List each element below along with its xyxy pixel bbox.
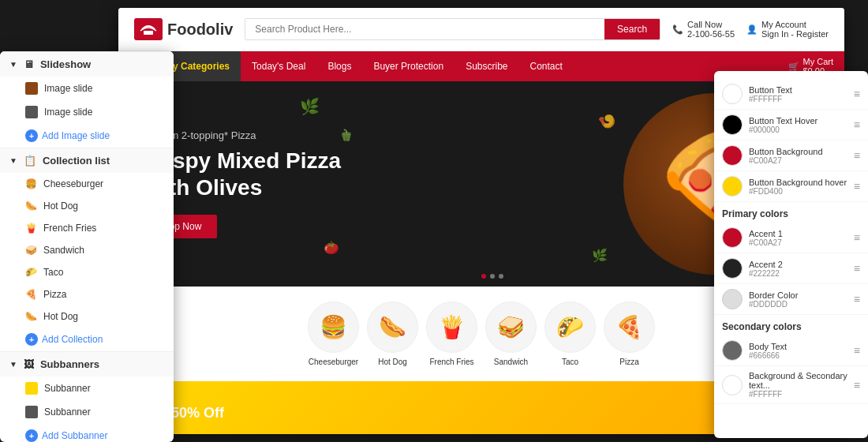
- bg-secondary-menu-icon[interactable]: ≡: [854, 379, 860, 391]
- collection-pizza[interactable]: 🍕 Pizza: [0, 283, 174, 305]
- decor-shrimp: 🍤: [598, 113, 615, 130]
- button-bg-hover-swatch[interactable]: [722, 176, 743, 197]
- bg-secondary-info: Background & Secondary text... #FFFFFF: [749, 371, 847, 399]
- hero-dots: [481, 274, 503, 279]
- button-bg-hover-menu-icon[interactable]: ≡: [854, 180, 860, 193]
- add-subbanner-icon: +: [25, 429, 38, 442]
- accent2-menu-icon[interactable]: ≡: [854, 262, 860, 275]
- nav-link-deal[interactable]: Today's Deal: [241, 51, 316, 81]
- collection-label-taco: Taco: [562, 358, 578, 366]
- subbanners-label: Subbanners: [40, 358, 99, 370]
- border-color-menu-icon[interactable]: ≡: [854, 293, 860, 305]
- search-bar[interactable]: Search: [245, 18, 660, 40]
- collection-sandwich[interactable]: 🥪 Sandwich: [0, 239, 174, 261]
- add-collection-icon: +: [25, 333, 38, 346]
- nav-link-subscribe[interactable]: Subscribe: [455, 51, 518, 81]
- dot-1[interactable]: [481, 274, 486, 279]
- account-action: 👤 My Account Sign In - Register: [746, 20, 829, 39]
- body-text-name: Body Text: [749, 342, 847, 351]
- account-links: Sign In - Register: [761, 29, 829, 39]
- collection-circle-pizza: 🍕: [604, 302, 655, 353]
- border-swatch[interactable]: [722, 289, 743, 309]
- nav-link-buyer[interactable]: Buyer Protection: [362, 51, 455, 81]
- cheeseburger-label: Cheeseburger: [43, 178, 103, 189]
- button-bg-hover-info: Button Background hover #FDD400: [749, 178, 847, 196]
- button-bg-name: Button Background: [749, 147, 847, 156]
- button-text-hover-info: Button Text Hover #000000: [749, 116, 847, 134]
- button-bg-hover-name: Button Background hover: [749, 178, 847, 187]
- button-bg-menu-icon[interactable]: ≡: [854, 149, 860, 162]
- add-subbanner-label: Add Subbanner: [42, 430, 107, 441]
- body-text-info: Body Text #666666: [749, 342, 847, 360]
- subbanner-icon-1: [25, 382, 38, 395]
- button-bg-info: Button Background #C00A27: [749, 147, 847, 165]
- site-header: Foodoliv Search 📞 Call Now 2-100-56-55 👤…: [118, 8, 844, 51]
- button-text-hover-hex: #000000: [749, 125, 847, 134]
- dot-2[interactable]: [490, 274, 495, 279]
- image-slide-1[interactable]: Image slide: [0, 77, 174, 100]
- dot-3[interactable]: [499, 274, 503, 279]
- body-text-color-row: Body Text #666666 ≡: [714, 335, 868, 366]
- body-text-menu-icon[interactable]: ≡: [854, 344, 860, 357]
- logo-icon: [134, 18, 163, 40]
- add-collection-button[interactable]: + Add Collection: [0, 328, 174, 351]
- user-icon: 👤: [746, 24, 758, 35]
- collection-taco[interactable]: 🌮 Taco: [0, 261, 174, 283]
- subbanner-label-1: Subbanner: [44, 383, 91, 394]
- nav-link-contact[interactable]: Contact: [519, 51, 574, 81]
- button-text-hover-name: Button Text Hover: [749, 116, 847, 125]
- expand-icon-3: ▼: [9, 360, 17, 369]
- button-text-hover-menu-icon[interactable]: ≡: [854, 118, 860, 131]
- subbanner-2[interactable]: Subbanner: [0, 400, 174, 424]
- collection-circle-cheeseburger: 🍔: [308, 302, 359, 353]
- subbanners-section-header[interactable]: ▼ 🖼 Subbanners: [0, 351, 174, 376]
- nav-link-blogs[interactable]: Blogs: [316, 51, 362, 81]
- expand-icon: ▼: [9, 60, 17, 69]
- collection-item-sandwich[interactable]: 🥪 Sandwich: [485, 302, 537, 366]
- slideshow-section-header[interactable]: ▼ 🖥 Slideshow: [0, 51, 174, 77]
- bg-secondary-swatch[interactable]: [722, 375, 743, 395]
- collection-hotdog-1[interactable]: 🌭 Hot Dog: [0, 195, 174, 217]
- button-text-hover-swatch[interactable]: [722, 114, 743, 135]
- taco-icon: 🌮: [25, 267, 37, 278]
- body-text-swatch[interactable]: [722, 340, 743, 361]
- accent1-swatch[interactable]: [722, 227, 743, 248]
- bg-secondary-hex: #FFFFFF: [749, 390, 847, 399]
- border-color-hex: #DDDDDD: [749, 300, 847, 309]
- slideshow-icon: 🖥: [24, 58, 34, 70]
- image-slide-2[interactable]: Image slide: [0, 100, 174, 124]
- border-color-row: Border Color #DDDDDD ≡: [714, 284, 868, 315]
- accent1-info: Accent 1 #C00A27: [749, 229, 847, 247]
- button-bg-swatch[interactable]: [722, 145, 743, 166]
- accent1-menu-icon[interactable]: ≡: [854, 231, 860, 244]
- hotdog-icon-2: 🌭: [25, 311, 37, 322]
- primary-colors-title: Primary colors: [714, 202, 868, 223]
- collection-label-sandwich: Sandwich: [494, 358, 528, 366]
- accent2-swatch[interactable]: [722, 258, 743, 279]
- collection-item-pizza[interactable]: 🍕 Pizza: [604, 302, 655, 366]
- border-color-name: Border Color: [749, 290, 847, 300]
- collection-hotdog-2[interactable]: 🌭 Hot Dog: [0, 305, 174, 328]
- cart-icon: 🛒: [788, 62, 799, 72]
- collection-fries[interactable]: 🍟 French Fries: [0, 217, 174, 239]
- collection-item-cheeseburger[interactable]: 🍔 Cheeseburger: [308, 302, 359, 366]
- subbanner-1[interactable]: Subbanner: [0, 376, 174, 400]
- collection-cheeseburger[interactable]: 🍔 Cheeseburger: [0, 173, 174, 195]
- add-collection-label: Add Collection: [42, 334, 103, 345]
- collection-item-hotdog[interactable]: 🌭 Hot Dog: [367, 302, 418, 366]
- subbanner-icon-2: [25, 406, 38, 418]
- sandwich-icon: 🥪: [25, 245, 37, 256]
- collection-list-section-header[interactable]: ▼ 📋 Collection list: [0, 148, 174, 173]
- button-text-swatch[interactable]: [722, 84, 743, 104]
- collection-item-taco[interactable]: 🌮 Taco: [544, 302, 596, 366]
- collection-label-fries: French Fries: [429, 358, 473, 366]
- search-button[interactable]: Search: [604, 19, 660, 39]
- collection-item-fries[interactable]: 🍟 French Fries: [426, 302, 477, 366]
- button-text-hover-color-row: Button Text Hover #000000 ≡: [714, 110, 868, 140]
- add-subbanner-button[interactable]: + Add Subbanner: [0, 424, 174, 442]
- add-image-slide-button[interactable]: + Add Image slide: [0, 124, 174, 148]
- search-input[interactable]: [245, 19, 604, 39]
- button-text-menu-icon[interactable]: ≡: [854, 88, 860, 100]
- pizza-label: Pizza: [43, 289, 66, 300]
- image-slide-icon-1: [25, 82, 38, 95]
